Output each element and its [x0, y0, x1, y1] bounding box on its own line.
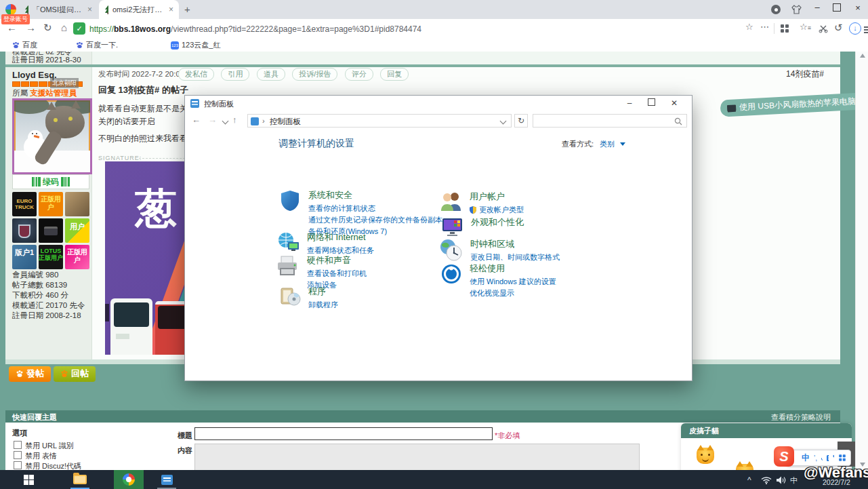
- tray-ime-indicator[interactable]: 中: [790, 475, 798, 486]
- action-rate-button[interactable]: 评分: [345, 68, 373, 81]
- ime-toolbox-icon[interactable]: [839, 454, 846, 461]
- start-button[interactable]: [14, 470, 43, 489]
- cp-link[interactable]: 优化视觉显示: [470, 288, 556, 298]
- tab-omsi2-thread-active[interactable]: omsi2无法打开（猫大已答复 ×: [99, 0, 179, 19]
- checkbox[interactable]: [14, 461, 22, 469]
- download-icon[interactable]: ↓: [849, 22, 861, 35]
- cp-breadcrumb-field[interactable]: › 控制面板: [247, 114, 512, 128]
- new-tab-button[interactable]: +: [184, 3, 190, 15]
- ime-mic-icon[interactable]: [821, 454, 823, 462]
- cp-link[interactable]: 查看你的计算机状态: [308, 203, 442, 214]
- volume-icon[interactable]: [776, 476, 787, 484]
- cp-back-icon[interactable]: ←: [192, 115, 201, 125]
- bookmark-star-icon[interactable]: ☆: [745, 22, 753, 32]
- screenshot-scissors-icon[interactable]: [819, 24, 828, 33]
- option-disable-smilies[interactable]: 禁用 表情: [14, 451, 57, 461]
- reply-thread-button[interactable]: 回帖: [54, 366, 96, 382]
- cat-emoticon[interactable]: [697, 448, 714, 464]
- cp-category-network[interactable]: 网络和 Internet 查看网络状态和任务: [277, 231, 374, 257]
- page-scrollbar[interactable]: [855, 52, 868, 470]
- prev-post-registered: 註冊日期 2021-8-30: [12, 55, 81, 64]
- cp-category-user-accounts[interactable]: 用户帐户 更改帐户类型: [440, 191, 524, 216]
- window-maximize-button[interactable]: [833, 3, 841, 12]
- menu-hamburger-icon[interactable]: [864, 25, 868, 35]
- cp-link[interactable]: 使用 Windows 建议的设置: [470, 277, 556, 287]
- cp-history-chevron-icon[interactable]: [222, 118, 229, 125]
- tray-expand-icon[interactable]: ^: [747, 475, 751, 485]
- breadcrumb-dropdown-icon[interactable]: [500, 118, 507, 125]
- ime-skin-shirt-icon[interactable]: [833, 454, 834, 461]
- window-close-button[interactable]: ×: [853, 3, 863, 13]
- bookmark-baidu-search[interactable]: 百度一下.: [76, 40, 118, 50]
- taskbar-browser-active[interactable]: [114, 470, 144, 489]
- tab-close-icon[interactable]: ×: [87, 5, 92, 14]
- action-props-button[interactable]: 道具: [257, 68, 285, 81]
- action-reply-button[interactable]: 回复: [380, 68, 409, 81]
- taskbar-control-panel[interactable]: [152, 470, 182, 489]
- checkbox[interactable]: [14, 451, 22, 459]
- ime-punctuation-icon[interactable]: ’,: [814, 454, 817, 462]
- bookmark-123pan[interactable]: 123 123云盘_红: [171, 40, 220, 50]
- checkbox[interactable]: [14, 441, 22, 449]
- ime-keyboard-icon[interactable]: [827, 455, 829, 461]
- cp-category-clock-region[interactable]: 时钟和区域 更改日期、时间或数字格式: [439, 238, 560, 264]
- cp-up-icon[interactable]: ↑: [232, 115, 237, 125]
- tab-omsi-forum[interactable]: 「OMSI提问区」 - 模載联合 ×: [19, 0, 98, 19]
- cp-link[interactable]: 查看设备和打印机: [307, 269, 367, 279]
- browser-logo-icon[interactable]: [5, 4, 16, 15]
- tab-close-icon[interactable]: ×: [169, 5, 173, 14]
- cp-link-with-shield[interactable]: 更改帐户类型: [470, 205, 524, 215]
- action-quote-button[interactable]: 引用: [221, 68, 249, 81]
- favorites-manager-icon[interactable]: ☆≡: [800, 22, 811, 32]
- signature-char: 葱: [135, 180, 177, 237]
- sogou-logo-icon[interactable]: S: [774, 446, 794, 467]
- taskbar-file-explorer[interactable]: [65, 470, 95, 489]
- cp-minimize-button[interactable]: –: [619, 96, 640, 111]
- cp-close-button[interactable]: ✕: [663, 96, 685, 111]
- url-path: /viewthread.php?tid=222222&page=1&extra=…: [171, 24, 421, 34]
- undo-icon[interactable]: ↺: [834, 22, 843, 34]
- cp-link[interactable]: 通过文件历史记录保存你的文件备份副本: [308, 215, 442, 225]
- reload-icon[interactable]: ↻: [43, 22, 52, 34]
- breadcrumb-text[interactable]: 控制面板: [270, 117, 301, 127]
- cp-view-label: 查看方式:: [562, 139, 594, 149]
- wifi-icon[interactable]: [761, 476, 772, 484]
- avatar[interactable]: [12, 98, 92, 174]
- home-icon[interactable]: ⌂: [61, 22, 67, 33]
- cp-search-input[interactable]: [533, 114, 687, 128]
- action-pm-button[interactable]: 发私信: [178, 68, 214, 81]
- cp-maximize-button[interactable]: [640, 96, 662, 111]
- printer-icon: [276, 254, 300, 277]
- option-disable-url[interactable]: 禁用 URL 識別: [14, 441, 74, 451]
- ime-lang-mode[interactable]: 中: [802, 452, 810, 464]
- new-thread-button[interactable]: 發帖: [9, 366, 51, 382]
- profile-avatar-icon[interactable]: [771, 5, 781, 14]
- site-security-shield-icon[interactable]: ✓: [73, 22, 85, 35]
- cp-forward-icon[interactable]: →: [208, 115, 217, 125]
- cp-category-ease-of-access[interactable]: 轻松使用 使用 Windows 建议的设置 优化视觉显示: [440, 262, 556, 300]
- bookmark-baidu[interactable]: 百度: [12, 40, 37, 50]
- scrollbar-up-arrow[interactable]: [860, 54, 865, 58]
- login-account-badge[interactable]: 登录账号: [1, 14, 30, 24]
- cp-title-bar[interactable]: 控制面板 – ✕: [185, 96, 692, 111]
- post-floor-number[interactable]: 14剂疫苗#: [786, 69, 824, 80]
- cp-link[interactable]: 更改日期、时间或数字格式: [470, 252, 560, 262]
- group-name: 支援站管理員: [30, 89, 77, 97]
- cp-category-programs[interactable]: 程序 卸载程序: [280, 286, 338, 311]
- address-bar[interactable]: https://bbs.18wos.org/viewthread.php?tid…: [89, 24, 421, 34]
- cp-view-value[interactable]: 类别: [600, 139, 615, 149]
- cp-link[interactable]: 卸载程序: [308, 300, 338, 310]
- more-options-icon[interactable]: ⋯: [760, 22, 769, 32]
- cp-category-appearance[interactable]: 外观和个性化: [441, 216, 524, 238]
- watermark: @Wefans: [804, 464, 868, 482]
- reply-title-input[interactable]: [194, 427, 493, 440]
- cp-refresh-icon[interactable]: ↻: [514, 114, 528, 128]
- apps-grid-icon[interactable]: [781, 24, 789, 33]
- stat-post-count: 帖子總數 68139: [12, 280, 67, 290]
- cp-view-dropdown-icon[interactable]: [620, 142, 625, 146]
- points-policy-link[interactable]: 查看積分策略說明: [771, 412, 831, 423]
- control-panel-window[interactable]: 控制面板 – ✕ ← → ↑ › 控制面板 ↻ 调整计算机的设置 查看方式: [184, 95, 693, 381]
- theme-shirt-icon[interactable]: [791, 5, 802, 14]
- window-minimize-button[interactable]: –: [812, 2, 822, 12]
- action-report-button[interactable]: 投诉/报告: [292, 68, 337, 81]
